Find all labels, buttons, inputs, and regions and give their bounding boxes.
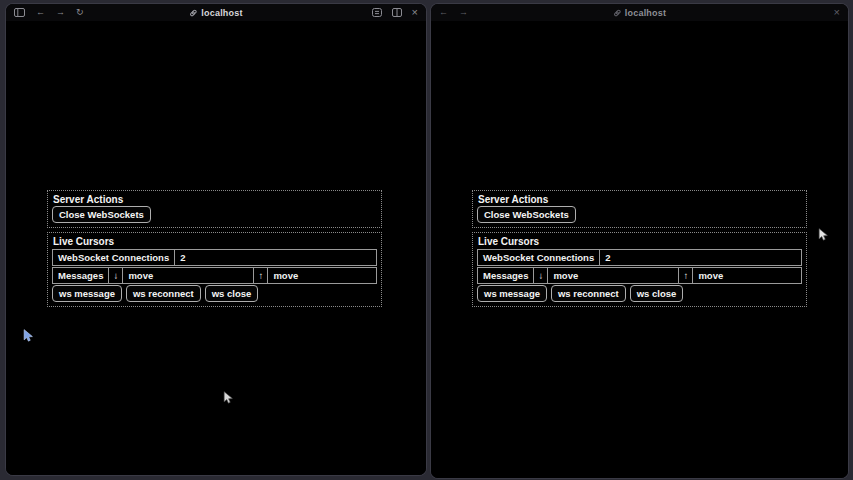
ws-buttons-row: ws message ws reconnect ws close [477, 285, 683, 302]
sidebar-toggle-icon[interactable] [14, 8, 25, 17]
page-content-right: Server Actions Close WebSockets Live Cur… [431, 21, 848, 478]
server-actions-title: Server Actions [478, 194, 548, 205]
arrow-up-icon: ↑ [679, 268, 693, 283]
live-cursors-panel: Live Cursors WebSocket Connections 2 Mes… [472, 232, 807, 307]
messages-label: Messages [478, 268, 534, 283]
messages-label: Messages [53, 268, 109, 283]
server-actions-panel: Server Actions Close WebSockets [472, 190, 807, 228]
live-cursors-title: Live Cursors [53, 236, 114, 247]
ws-message-button[interactable]: ws message [477, 285, 547, 302]
reload-icon[interactable]: ↻ [76, 8, 84, 17]
split-view-icon[interactable] [392, 8, 402, 17]
page-title: localhost [625, 8, 666, 18]
link-icon [189, 9, 197, 17]
page-content-left: Server Actions Close WebSockets Live Cur… [6, 21, 426, 475]
arrow-down-icon: ↓ [109, 268, 123, 283]
messages-row: Messages ↓ move ↑ move [52, 267, 377, 284]
server-actions-panel: Server Actions Close WebSockets [47, 190, 382, 228]
connections-value: 2 [175, 250, 376, 265]
back-icon[interactable]: ← [36, 8, 45, 17]
ws-close-button[interactable]: ws close [205, 285, 259, 302]
titlebar-right-controls: × [372, 7, 426, 18]
connections-label: WebSocket Connections [53, 250, 175, 265]
titlebar-left[interactable]: ← → ↻ localhost × [6, 4, 426, 22]
last-sent-message: move [268, 268, 376, 283]
reader-icon[interactable] [372, 8, 382, 17]
address-area-left[interactable]: localhost [189, 4, 242, 21]
forward-icon[interactable]: → [56, 8, 65, 17]
last-sent-message: move [693, 268, 801, 283]
live-cursors-panel: Live Cursors WebSocket Connections 2 Mes… [47, 232, 382, 307]
page-title: localhost [201, 8, 242, 18]
ws-buttons-row: ws message ws reconnect ws close [52, 285, 258, 302]
ws-reconnect-button[interactable]: ws reconnect [551, 285, 626, 302]
close-icon[interactable]: × [412, 7, 418, 18]
connections-label: WebSocket Connections [478, 250, 600, 265]
ws-close-button[interactable]: ws close [630, 285, 684, 302]
back-icon[interactable]: ← [439, 8, 448, 17]
last-received-message: move [548, 268, 679, 283]
browser-window-right: ← → localhost × Server Actions Close Web… [431, 4, 848, 478]
close-websockets-button[interactable]: Close WebSockets [477, 206, 576, 223]
link-icon [613, 9, 621, 17]
connections-row: WebSocket Connections 2 [52, 249, 377, 266]
address-area-right[interactable]: localhost [613, 4, 666, 21]
server-actions-title: Server Actions [53, 194, 123, 205]
titlebar-right[interactable]: ← → localhost × [431, 4, 848, 22]
last-received-message: move [123, 268, 254, 283]
messages-row: Messages ↓ move ↑ move [477, 267, 802, 284]
connections-value: 2 [600, 250, 801, 265]
browser-window-left: ← → ↻ localhost × Server Actions Close W… [6, 4, 426, 475]
live-cursors-title: Live Cursors [478, 236, 539, 247]
ws-reconnect-button[interactable]: ws reconnect [126, 285, 201, 302]
connections-row: WebSocket Connections 2 [477, 249, 802, 266]
arrow-down-icon: ↓ [534, 268, 548, 283]
close-websockets-button[interactable]: Close WebSockets [52, 206, 151, 223]
titlebar-left-controls: ← → [431, 8, 468, 17]
arrow-up-icon: ↑ [254, 268, 268, 283]
titlebar-right-controls: × [834, 7, 848, 18]
ws-message-button[interactable]: ws message [52, 285, 122, 302]
titlebar-left-controls: ← → ↻ [6, 8, 84, 17]
close-icon[interactable]: × [834, 7, 840, 18]
forward-icon[interactable]: → [459, 8, 468, 17]
